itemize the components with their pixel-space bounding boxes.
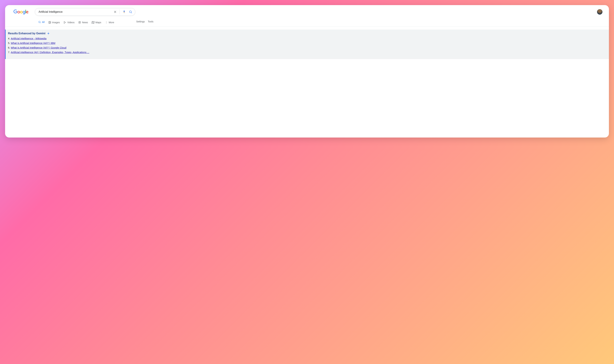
result-row: 5. What Is Artificial Intelligence (AI)?… (8, 42, 607, 44)
gemini-title: Results Enhanced by Gemini (8, 32, 607, 35)
search-input[interactable] (39, 10, 113, 13)
tab-videos[interactable]: Videos (64, 19, 75, 26)
tab-label: News (82, 21, 88, 24)
result-link[interactable]: What Is Artificial Intelligence (AI)? | … (11, 46, 66, 49)
tab-more[interactable]: More (105, 19, 114, 26)
result-row: 6. What Is Artificial Intelligence (AI)?… (8, 46, 607, 49)
svg-point-2 (129, 11, 131, 13)
clear-icon[interactable] (113, 10, 117, 14)
gemini-panel: Results Enhanced by Gemini 4. Artificial… (5, 29, 609, 59)
gemini-title-text: Results Enhanced by Gemini (8, 32, 46, 35)
tab-all[interactable]: All (38, 19, 45, 26)
result-number: 6. (8, 46, 10, 49)
nav-tabs: All Images Videos News Maps More (38, 19, 114, 26)
svg-line-3 (131, 13, 132, 13)
tab-label: More (109, 21, 114, 24)
result-link[interactable]: What Is Artificial Intelligence (AI)? | … (11, 42, 55, 44)
search-icon[interactable] (129, 10, 133, 14)
nav-right: Settings Tools (136, 20, 153, 25)
svg-line-5 (40, 23, 40, 23)
mic-icon[interactable] (122, 10, 126, 14)
sparkle-icon (47, 32, 50, 35)
tools-link[interactable]: Tools (148, 20, 154, 23)
svg-point-7 (49, 22, 49, 22)
google-logo[interactable] (13, 9, 29, 15)
svg-marker-8 (64, 21, 66, 24)
svg-point-16 (106, 21, 106, 22)
tab-label: Images (52, 21, 60, 24)
tab-label: Videos (67, 21, 75, 24)
tab-label: All (42, 21, 45, 24)
result-number: 4. (8, 37, 10, 40)
header (5, 5, 609, 16)
search-actions (113, 10, 133, 14)
svg-marker-13 (92, 21, 94, 24)
avatar[interactable] (597, 9, 602, 15)
svg-point-18 (106, 23, 106, 23)
divider (119, 10, 120, 14)
nav-tabs-row: All Images Videos News Maps More (5, 19, 609, 26)
result-row: 7. Artificial intelligence (AI) | Defini… (8, 51, 607, 54)
search-window: All Images Videos News Maps More (5, 5, 609, 138)
search-bar[interactable] (35, 8, 135, 16)
result-number: 5. (8, 42, 10, 44)
tab-label: Maps (95, 21, 101, 24)
result-number: 7. (8, 51, 10, 54)
result-link[interactable]: Artificial intelligence - Wikipedia (11, 37, 47, 40)
tab-news[interactable]: News (78, 19, 88, 26)
settings-link[interactable]: Settings (136, 20, 145, 23)
tab-maps[interactable]: Maps (92, 19, 101, 26)
svg-point-4 (39, 21, 40, 23)
tab-images[interactable]: Images (48, 19, 60, 26)
svg-point-17 (106, 22, 106, 23)
result-row: 4. Artificial intelligence - Wikipedia (8, 37, 607, 40)
result-link[interactable]: Artificial intelligence (AI) | Definitio… (11, 51, 89, 54)
